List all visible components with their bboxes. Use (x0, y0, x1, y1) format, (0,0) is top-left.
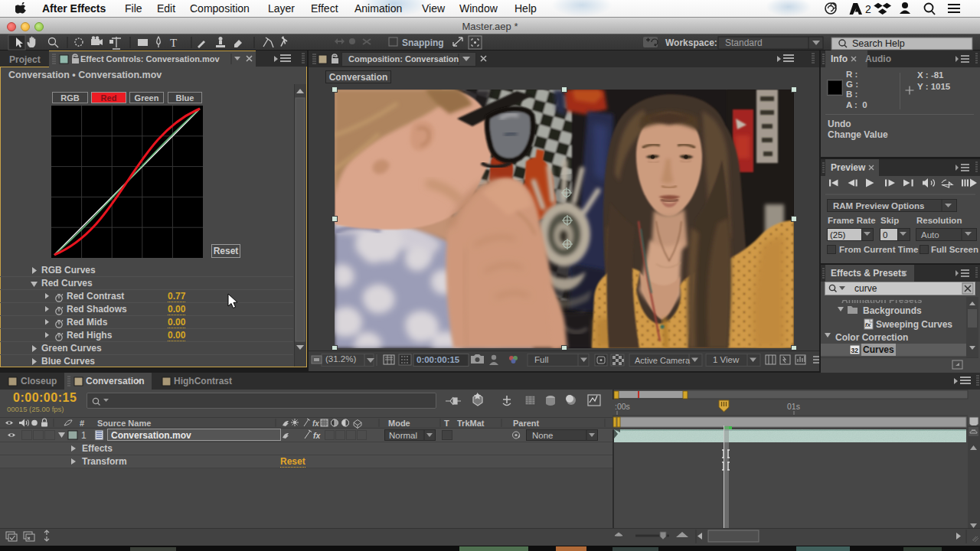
svg-text:01s: 01s (787, 402, 800, 411)
svg-text:fx: fx (313, 431, 321, 440)
svg-text:Resolution: Resolution (916, 216, 962, 225)
svg-text:curve: curve (854, 283, 877, 294)
svg-text:Standard: Standard (725, 37, 763, 48)
svg-text:Color Correction: Color Correction (835, 332, 908, 343)
svg-text:T: T (444, 419, 449, 428)
svg-text:Workspace:: Workspace: (665, 37, 717, 48)
svg-text:2: 2 (865, 3, 871, 15)
svg-text:TrkMat: TrkMat (457, 419, 485, 428)
svg-text:Snapping: Snapping (402, 37, 444, 48)
svg-text:None: None (532, 431, 554, 440)
svg-text:From Current Time: From Current Time (839, 245, 918, 254)
svg-text:Frame Rate: Frame Rate (828, 216, 876, 225)
svg-text:Parent: Parent (513, 419, 540, 428)
svg-text:Sweeping Curves: Sweeping Curves (876, 319, 952, 330)
svg-text:Conversation.mov: Conversation.mov (111, 430, 191, 441)
svg-text:Backgrounds: Backgrounds (863, 305, 922, 316)
svg-text:Full Screen: Full Screen (931, 245, 978, 254)
svg-text:Normal: Normal (389, 431, 417, 440)
svg-text::00s: :00s (615, 402, 630, 411)
svg-text:RAM Preview Options: RAM Preview Options (833, 201, 925, 210)
svg-text:Source Name: Source Name (97, 419, 151, 428)
svg-text:fx: fx (865, 321, 871, 328)
svg-text:0: 0 (883, 230, 887, 240)
svg-text:(25): (25) (830, 230, 846, 240)
svg-text:Curves: Curves (863, 344, 894, 355)
svg-text:Mode: Mode (388, 419, 410, 428)
svg-text:32: 32 (851, 347, 859, 354)
svg-text:fx: fx (312, 419, 319, 428)
svg-text:Skip: Skip (880, 216, 899, 225)
svg-text:#: # (80, 419, 84, 428)
svg-text:1: 1 (81, 430, 87, 441)
svg-text:Auto: Auto (921, 230, 939, 240)
svg-text:Search Help: Search Help (852, 38, 905, 49)
svg-text:T: T (170, 37, 177, 49)
